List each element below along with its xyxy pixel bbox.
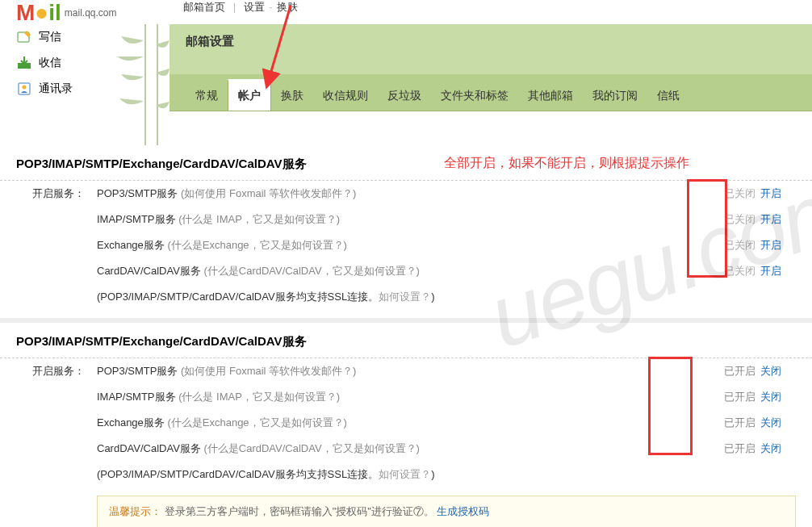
- service-help-link[interactable]: (如何使用 Foxmail 等软件收发邮件？): [181, 365, 356, 377]
- service-status: 已开启: [715, 390, 755, 404]
- tab-5[interactable]: 文件夹和标签: [431, 81, 518, 111]
- annotation-redbox-opened: [648, 357, 693, 455]
- nav-home[interactable]: 邮箱首页: [183, 1, 225, 13]
- service-name: CardDAV/CalDAV服务 (什么是CardDAV/CalDAV，它又是如…: [97, 264, 715, 278]
- open-link[interactable]: 开启: [760, 239, 781, 251]
- service-title: IMAP/SMTP服务: [97, 213, 178, 225]
- service-help-link[interactable]: (什么是CardDAV/CalDAV，它又是如何设置？): [203, 442, 419, 454]
- service-help-link[interactable]: (什么是Exchange，它又是如何设置？): [167, 239, 346, 251]
- open-link[interactable]: 开启: [760, 213, 781, 225]
- bamboo-decoration: [89, 24, 170, 145]
- services-section-closed: POP3/IMAP/SMTP/Exchange/CardDAV/CalDAV服务…: [0, 145, 812, 323]
- service-title: Exchange服务: [97, 239, 167, 251]
- service-title: POP3/SMTP服务: [97, 187, 181, 199]
- tab-3[interactable]: 收信规则: [313, 81, 378, 111]
- inbox-icon: [16, 55, 32, 71]
- service-help-link[interactable]: (什么是CardDAV/CalDAV，它又是如何设置？): [203, 265, 419, 277]
- warm-tip-box: 温馨提示： 登录第三方客户端时，密码框请输入"授权码"进行验证⑦。 生成授权码: [97, 496, 796, 527]
- services-section-opened: POP3/IMAP/SMTP/Exchange/CardDAV/CalDAV服务…: [0, 323, 812, 527]
- service-name: IMAP/SMTP服务 (什么是 IMAP，它又是如何设置？): [97, 212, 715, 227]
- section-title-2: POP3/IMAP/SMTP/Exchange/CardDAV/CalDAV服务: [0, 323, 812, 358]
- logo: M●il: [16, 0, 61, 26]
- service-help-link[interactable]: (如何使用 Foxmail 等软件收发邮件？): [181, 187, 356, 199]
- section-title-1: POP3/IMAP/SMTP/Exchange/CardDAV/CalDAV服务: [0, 145, 812, 181]
- ssl-hint-text: (POP3/IMAP/SMTP/CardDAV/CalDAV服务均支持SSL连接…: [97, 468, 379, 480]
- service-help-link[interactable]: (什么是 IMAP，它又是如何设置？): [178, 213, 340, 225]
- close-link[interactable]: 关闭: [760, 416, 781, 429]
- service-action: 开启: [755, 238, 796, 253]
- service-name: POP3/SMTP服务 (如何使用 Foxmail 等软件收发邮件？): [97, 364, 715, 379]
- logo-block: M●il mail.qq.com: [0, 0, 174, 26]
- service-action: 关闭: [755, 416, 796, 430]
- service-title: Exchange服务: [97, 416, 167, 429]
- tab-8[interactable]: 信纸: [647, 81, 689, 111]
- service-title: CardDAV/CalDAV服务: [97, 265, 203, 277]
- open-link[interactable]: 开启: [760, 187, 781, 199]
- close-link[interactable]: 关闭: [760, 442, 781, 454]
- generate-auth-code-link[interactable]: 生成授权码: [437, 505, 489, 517]
- service-name: POP3/SMTP服务 (如何使用 Foxmail 等软件收发邮件？): [97, 186, 715, 201]
- divider: |: [233, 1, 236, 13]
- service-action: 关闭: [755, 441, 796, 456]
- service-name: Exchange服务 (什么是Exchange，它又是如何设置？): [97, 416, 715, 430]
- service-help-link[interactable]: (什么是 IMAP，它又是如何设置？): [178, 391, 340, 403]
- contacts-icon: [16, 81, 32, 97]
- service-action: 开启: [755, 186, 796, 201]
- annotation-redbox-open: [687, 179, 727, 278]
- ssl-hint-link[interactable]: 如何设置？: [379, 291, 431, 303]
- service-row-label: 开启服务：: [16, 364, 97, 379]
- close-link[interactable]: 关闭: [760, 391, 781, 403]
- compose-icon: [16, 29, 32, 45]
- ssl-hint-row: (POP3/IMAP/SMTP/CardDAV/CalDAV服务均支持SSL连接…: [0, 284, 812, 310]
- top-bar: M●il mail.qq.com 邮箱首页 | 设置 - 换肤: [0, 0, 812, 24]
- tab-7[interactable]: 我的订阅: [583, 81, 647, 111]
- service-status: 已开启: [715, 441, 755, 456]
- service-title: POP3/SMTP服务: [97, 365, 181, 377]
- svg-point-5: [23, 86, 27, 90]
- sidebar-inbox-label: 收信: [39, 56, 61, 70]
- ssl-hint-link[interactable]: 如何设置？: [379, 468, 431, 480]
- annotation-text: 全部开启，如果不能开启，则根据提示操作: [444, 155, 689, 172]
- warm-tip-text: 登录第三方客户端时，密码框请输入"授权码"进行验证⑦。: [165, 505, 434, 517]
- ssl-hint-text: (POP3/IMAP/SMTP/CardDAV/CalDAV服务均支持SSL连接…: [97, 291, 379, 303]
- service-action: 关闭: [755, 390, 796, 404]
- close-link[interactable]: 关闭: [760, 365, 781, 377]
- logo-subtitle: mail.qq.com: [65, 7, 117, 19]
- service-name: CardDAV/CalDAV服务 (什么是CardDAV/CalDAV，它又是如…: [97, 441, 715, 456]
- service-help-link[interactable]: (什么是Exchange，它又是如何设置？): [167, 416, 346, 429]
- service-name: Exchange服务 (什么是Exchange，它又是如何设置？): [97, 238, 715, 253]
- ssl-hint-row: (POP3/IMAP/SMTP/CardDAV/CalDAV服务均支持SSL连接…: [0, 462, 812, 487]
- tab-4[interactable]: 反垃圾: [378, 81, 431, 111]
- service-action: 开启: [755, 212, 796, 227]
- service-status: 已开启: [715, 364, 755, 379]
- tab-0[interactable]: 常规: [186, 81, 228, 111]
- annotation-arrow: [258, 2, 299, 90]
- warm-tip-label: 温馨提示：: [109, 505, 161, 517]
- service-action: 关闭: [755, 364, 796, 379]
- open-link[interactable]: 开启: [760, 265, 781, 277]
- service-title: IMAP/SMTP服务: [97, 391, 178, 403]
- service-status: 已开启: [715, 416, 755, 430]
- service-row-label: 开启服务：: [16, 186, 97, 201]
- service-name: IMAP/SMTP服务 (什么是 IMAP，它又是如何设置？): [97, 390, 715, 404]
- sidebar-compose-label: 写信: [39, 30, 61, 44]
- sidebar: 写信 收信 通讯录: [0, 24, 170, 145]
- service-action: 开启: [755, 264, 796, 278]
- tab-6[interactable]: 其他邮箱: [518, 81, 583, 111]
- sidebar-contacts-label: 通讯录: [39, 82, 73, 96]
- service-title: CardDAV/CalDAV服务: [97, 442, 203, 454]
